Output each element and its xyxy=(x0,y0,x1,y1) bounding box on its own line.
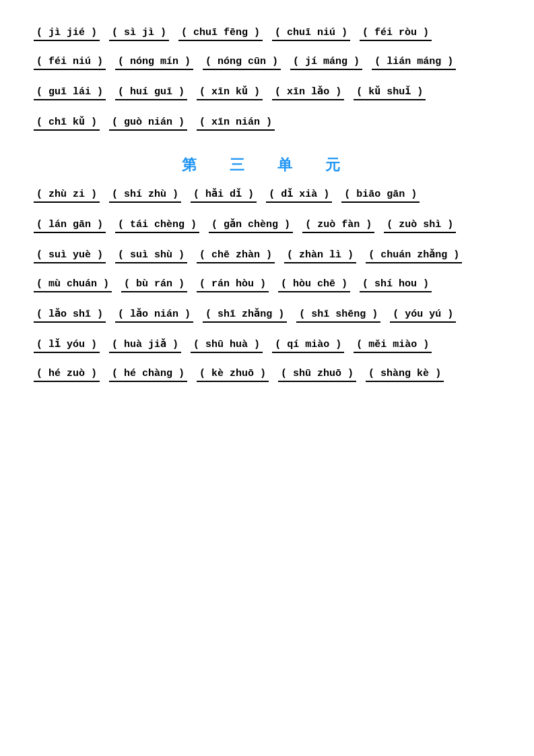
item-3-1: ( guī lái ) xyxy=(34,86,106,100)
s3-item-4-1: ( mù chuán ) xyxy=(34,278,112,292)
top-section: ( jì jié ) ( sì jì ) ( chuī fēng ) ( chu… xyxy=(34,27,500,133)
s3-row-6: ( lǐ yóu ) ( huà jiǎ ) ( shū huà ) ( qí … xyxy=(34,338,500,356)
s3-item-2-2: ( tái chèng ) xyxy=(115,219,199,233)
s3-item-1-3: ( hǎi dǐ ) xyxy=(191,187,257,203)
s3-item-4-4: ( hòu chē ) xyxy=(278,278,350,292)
s3-row-4: ( mù chuán ) ( bù rán ) ( rán hòu ) ( hò… xyxy=(34,278,500,295)
s3-item-1-1: ( zhù zi ) xyxy=(34,189,100,203)
s3-item-3-5: ( chuán zhǎng ) xyxy=(366,248,462,263)
item-2-1: ( féi niú ) xyxy=(34,56,106,70)
s3-item-6-5: ( měi miào ) xyxy=(354,339,432,353)
s3-item-7-3: ( kè zhuō ) xyxy=(197,368,269,382)
item-4-2: ( guò nián ) xyxy=(109,117,187,131)
s3-item-7-4: ( shū zhuō ) xyxy=(278,368,356,382)
item-1-1: ( jì jié ) xyxy=(34,27,100,41)
s3-item-6-2: ( huà jiǎ ) xyxy=(109,338,181,353)
s3-item-2-3: ( gǎn chèng ) xyxy=(209,218,293,233)
row-3: ( guī lái ) ( huí guī ) ( xīn kǔ ) ( xīn… xyxy=(34,85,500,103)
s3-row-3: ( suì yuè ) ( suì shù ) ( chē zhàn ) ( z… xyxy=(34,248,500,266)
item-2-4: ( jí máng ) xyxy=(290,56,362,70)
s3-item-7-5: ( shàng kè ) xyxy=(366,368,444,382)
s3-item-6-4: ( qí miào ) xyxy=(272,339,344,353)
s3-item-1-5: ( biāo gān ) xyxy=(341,189,420,203)
item-1-5: ( féi ròu ) xyxy=(360,27,432,41)
row-4: ( chī kǔ ) ( guò nián ) ( xīn nián ) xyxy=(34,115,500,133)
section-3-title: 第 三 单 元 xyxy=(34,155,500,175)
s3-item-4-3: ( rán hòu ) xyxy=(197,278,269,292)
s3-item-1-4: ( dǐ xià ) xyxy=(266,187,332,203)
row-2: ( féi niú ) ( nóng mín ) ( nóng cūn ) ( … xyxy=(34,56,500,73)
item-4-1: ( chī kǔ ) xyxy=(34,115,100,131)
s3-item-6-1: ( lǐ yóu ) xyxy=(34,338,100,353)
s3-item-3-1: ( suì yuè ) xyxy=(34,249,106,263)
s3-item-7-2: ( hé chàng ) xyxy=(109,368,187,382)
s3-row-5: ( lǎo shī ) ( lǎo nián ) ( shī zhǎng ) (… xyxy=(34,307,500,325)
item-3-4: ( xīn lǎo ) xyxy=(272,85,344,100)
row-1: ( jì jié ) ( sì jì ) ( chuī fēng ) ( chu… xyxy=(34,27,500,44)
s3-item-4-2: ( bù rán ) xyxy=(121,278,187,292)
s3-item-4-5: ( shí hou ) xyxy=(360,278,432,292)
s3-item-3-3: ( chē zhàn ) xyxy=(197,249,275,263)
s3-item-5-5: ( yóu yú ) xyxy=(390,309,456,323)
item-1-2: ( sì jì ) xyxy=(109,27,169,41)
s3-row-7: ( hé zuò ) ( hé chàng ) ( kè zhuō ) ( sh… xyxy=(34,368,500,385)
s3-item-2-1: ( lán gān ) xyxy=(34,219,106,233)
s3-row-2: ( lán gān ) ( tái chèng ) ( gǎn chèng ) … xyxy=(34,218,500,236)
item-3-2: ( huí guī ) xyxy=(115,86,187,100)
s3-item-2-5: ( zuò shì ) xyxy=(384,219,456,233)
item-2-2: ( nóng mín ) xyxy=(115,56,193,70)
item-4-3: ( xīn nián ) xyxy=(197,117,275,131)
item-1-3: ( chuī fēng ) xyxy=(178,27,263,41)
s3-row-1: ( zhù zi ) ( shí zhù ) ( hǎi dǐ ) ( dǐ x… xyxy=(34,187,500,206)
s3-item-5-2: ( lǎo nián ) xyxy=(115,307,193,323)
item-3-3: ( xīn kǔ ) xyxy=(197,85,263,100)
s3-item-5-3: ( shī zhǎng ) xyxy=(203,307,287,323)
s3-item-3-2: ( suì shù ) xyxy=(115,249,187,263)
s3-item-3-4: ( zhàn lì ) xyxy=(284,249,356,263)
s3-item-2-4: ( zuò fàn ) xyxy=(302,219,374,233)
section-3-body: ( zhù zi ) ( shí zhù ) ( hǎi dǐ ) ( dǐ x… xyxy=(34,187,500,385)
s3-item-7-1: ( hé zuò ) xyxy=(34,368,100,382)
item-1-4: ( chuī niú ) xyxy=(272,27,350,41)
item-2-3: ( nóng cūn ) xyxy=(203,56,281,70)
s3-item-5-1: ( lǎo shī ) xyxy=(34,307,106,323)
item-3-5: ( kǔ shuǐ ) xyxy=(354,85,426,100)
item-2-5: ( lián máng ) xyxy=(372,56,456,70)
s3-item-5-4: ( shī shēng ) xyxy=(296,309,380,323)
s3-item-1-2: ( shí zhù ) xyxy=(109,189,181,203)
s3-item-6-3: ( shū huà ) xyxy=(191,339,263,353)
